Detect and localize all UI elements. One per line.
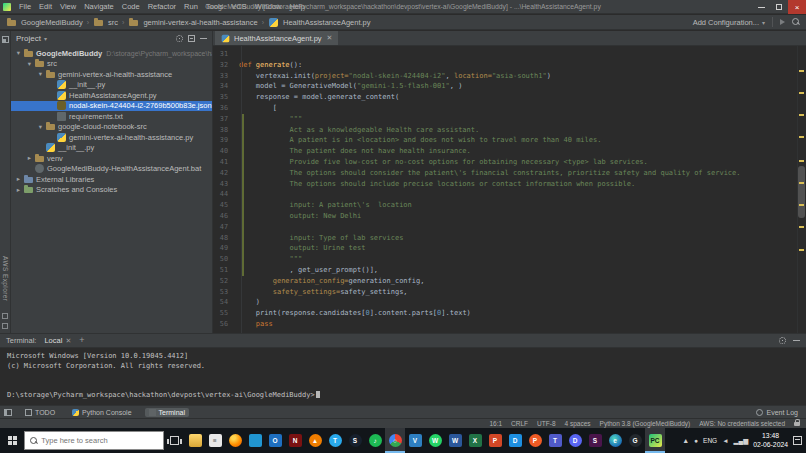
taskbar-app-slack[interactable]: S xyxy=(585,428,605,453)
breadcrumb-item[interactable]: HealthAssistanceAgent.py xyxy=(268,18,371,27)
menu-item-run[interactable]: Run xyxy=(180,0,202,14)
taskbar-app-telegram[interactable]: T xyxy=(325,428,345,453)
tree-item[interactable]: GoogleMediBuddy-HealthAssistanceAgent.ba… xyxy=(11,164,212,175)
editor-tab[interactable]: HealthAssistanceAgent.py ✕ xyxy=(215,31,338,45)
tool-button-event-log[interactable]: Event Log xyxy=(752,408,802,417)
status-segment[interactable]: CRLF xyxy=(511,420,528,427)
status-segment[interactable]: 4 spaces xyxy=(565,420,591,427)
taskbar-app-edge[interactable]: e xyxy=(605,428,625,453)
tray-app-icon[interactable]: ● xyxy=(694,437,698,444)
expand-arrow-icon[interactable]: ▾ xyxy=(25,60,34,68)
expand-arrow-icon[interactable]: ▾ xyxy=(36,123,45,131)
status-segment[interactable]: Python 3.8 (GoogleMediBuddy) xyxy=(600,420,691,427)
network-icon[interactable]: ▂▄▆ xyxy=(734,437,749,445)
taskbar-app-github[interactable]: G xyxy=(625,428,645,453)
menu-item-refactor[interactable]: Refactor xyxy=(144,0,180,14)
menu-item-code[interactable]: Code xyxy=(118,0,144,14)
menu-item-edit[interactable]: Edit xyxy=(35,0,56,14)
run-icon[interactable] xyxy=(780,19,785,25)
tree-item[interactable]: ▸External Libraries xyxy=(11,174,212,185)
breadcrumb-item[interactable]: GoogleMediBuddy xyxy=(6,18,83,27)
gear-icon[interactable] xyxy=(176,35,183,42)
tree-item[interactable]: nodal-skein-424404-i2-2769b500b83e.json xyxy=(11,101,212,112)
taskbar-app-netflix[interactable]: N xyxy=(285,428,305,453)
taskbar-app-chrome[interactable]: ○ xyxy=(385,428,405,453)
taskbar-app-vlc[interactable]: ▲ xyxy=(305,428,325,453)
taskbar-app-discord[interactable]: D xyxy=(565,428,585,453)
taskbar-app-outlook[interactable]: O xyxy=(265,428,285,453)
action-center-icon[interactable] xyxy=(793,436,802,445)
taskbar-app-spotify[interactable]: ♪ xyxy=(365,428,385,453)
project-tool-icon[interactable] xyxy=(2,36,9,43)
search-input[interactable] xyxy=(41,436,158,445)
volume-icon[interactable]: ◄ xyxy=(722,437,728,444)
close-button[interactable]: × xyxy=(788,0,806,14)
taskbar-app-steam[interactable]: S xyxy=(345,428,365,453)
editor-scrollbar[interactable] xyxy=(797,46,806,333)
close-tab-icon[interactable]: ✕ xyxy=(327,34,333,42)
add-configuration-button[interactable]: Add Configuration... ▾ xyxy=(693,18,765,27)
lock-icon[interactable] xyxy=(794,422,800,426)
tree-item[interactable]: HealthAssistanceAgent.py xyxy=(11,90,212,101)
collapse-all-icon[interactable] xyxy=(188,35,195,42)
taskbar-app-notepad[interactable]: ≡ xyxy=(205,428,225,453)
expand-arrow-icon[interactable]: ▸ xyxy=(14,175,23,183)
new-terminal-icon[interactable]: + xyxy=(79,336,84,345)
taskbar-app-word[interactable]: W xyxy=(445,428,465,453)
tool-button-python-console[interactable]: Python Console xyxy=(68,408,135,417)
favorites-tool-icon[interactable] xyxy=(2,323,8,329)
tool-button-terminal[interactable]: Terminal xyxy=(145,408,189,417)
hide-panel-icon[interactable] xyxy=(200,38,207,39)
tree-item[interactable]: __init__.py xyxy=(11,80,212,91)
maximize-button[interactable] xyxy=(770,0,788,14)
expand-arrow-icon[interactable]: ▾ xyxy=(14,49,23,57)
tree-item[interactable]: ▾src xyxy=(11,59,212,70)
taskbar-clock[interactable]: 13:48 02-06-2024 xyxy=(753,432,788,449)
tree-item[interactable]: ▸Scratches and Consoles xyxy=(11,185,212,196)
structure-tool-icon[interactable] xyxy=(2,313,8,319)
close-terminal-tab-icon[interactable]: ✕ xyxy=(65,337,71,345)
taskbar-app-firefox[interactable] xyxy=(225,428,245,453)
taskbar-app-docker[interactable]: D xyxy=(505,428,525,453)
aws-explorer-stripe-button[interactable]: AWS Explorer xyxy=(2,256,9,301)
tree-item[interactable]: ▾GoogleMediBuddyD:\storage\Pycharm_works… xyxy=(11,48,212,59)
tree-item[interactable]: ▾google-cloud-notebook-src xyxy=(11,122,212,133)
expand-arrow-icon[interactable]: ▸ xyxy=(14,186,23,194)
minimize-terminal-icon[interactable] xyxy=(793,340,800,341)
search-everywhere-icon[interactable] xyxy=(792,18,800,26)
expand-arrow-icon[interactable]: ▾ xyxy=(36,70,45,78)
chevron-down-icon[interactable]: ▾ xyxy=(44,35,47,42)
toolwindow-toggle-icon[interactable] xyxy=(4,409,12,416)
taskbar-app-photos[interactable] xyxy=(245,428,265,453)
scrollbar-thumb[interactable] xyxy=(798,166,805,218)
menu-item-view[interactable]: View xyxy=(56,0,80,14)
minimize-button[interactable] xyxy=(752,0,770,14)
project-panel-title[interactable]: Project xyxy=(16,34,41,43)
breadcrumb-item[interactable]: gemini-vertex-ai-health-assistance xyxy=(128,18,257,27)
tree-item[interactable]: ▸venv xyxy=(11,153,212,164)
language-indicator[interactable]: ENG xyxy=(703,437,717,444)
taskbar-search[interactable] xyxy=(24,431,164,450)
tree-item[interactable]: requirements.txt xyxy=(11,111,212,122)
taskbar-app-postman[interactable]: P xyxy=(525,428,545,453)
taskbar-app-vscode[interactable]: V xyxy=(405,428,425,453)
menu-item-file[interactable]: File xyxy=(15,0,35,14)
taskbar-app-powerpoint[interactable]: P xyxy=(485,428,505,453)
tree-item[interactable]: ▾gemini-vertex-ai-health-assistance xyxy=(11,69,212,80)
task-view-icon[interactable] xyxy=(170,436,179,445)
code-editor[interactable]: 3132def generate():33 vertexai.init(proj… xyxy=(213,46,806,333)
status-segment[interactable]: 16:1 xyxy=(489,420,502,427)
tree-item[interactable]: gemini-vertex-ai-health-assistance.py xyxy=(11,132,212,143)
tray-expand-icon[interactable]: ▲ xyxy=(682,437,689,444)
terminal-tab-local[interactable]: Local ✕ xyxy=(44,336,71,345)
expand-arrow-icon[interactable]: ▸ xyxy=(25,154,34,162)
taskbar-app-excel[interactable]: X xyxy=(465,428,485,453)
status-segment[interactable]: AWS: No credentials selected xyxy=(699,420,785,427)
start-button[interactable] xyxy=(0,428,24,453)
taskbar-app-whatsapp[interactable]: W xyxy=(425,428,445,453)
breadcrumb-item[interactable]: src xyxy=(93,18,118,27)
status-segment[interactable]: UTF-8 xyxy=(537,420,555,427)
tree-item[interactable]: __init__.py xyxy=(11,143,212,154)
taskbar-app-file-explorer[interactable] xyxy=(185,428,205,453)
terminal-output[interactable]: Microsoft Windows [Version 10.0.19045.44… xyxy=(0,348,806,404)
